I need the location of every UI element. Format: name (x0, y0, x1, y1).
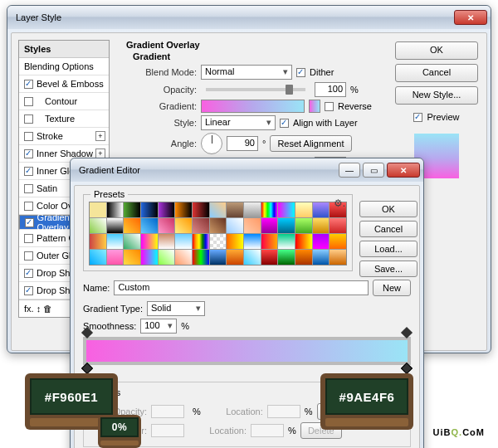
close-icon[interactable]: ✕ (454, 10, 487, 25)
maximize-icon[interactable]: ▭ (363, 163, 384, 178)
style-checkbox[interactable] (24, 149, 33, 158)
preset-swatch[interactable] (175, 202, 192, 217)
reset-alignment-button[interactable]: Reset Alignment (270, 135, 351, 152)
preset-swatch[interactable] (210, 218, 227, 233)
preset-swatch[interactable] (124, 234, 140, 249)
preset-swatch[interactable] (295, 218, 312, 233)
preset-swatch[interactable] (210, 234, 227, 249)
preset-swatch[interactable] (210, 250, 227, 265)
style-row-bevel-emboss[interactable]: Bevel & Emboss (19, 75, 109, 93)
plus-icon[interactable]: + (95, 131, 105, 141)
preset-swatch[interactable] (124, 202, 140, 217)
preset-swatch[interactable] (193, 218, 209, 233)
style-checkbox[interactable] (24, 184, 33, 193)
cancel-button[interactable]: Cancel (395, 64, 478, 82)
preset-swatch[interactable] (261, 218, 278, 233)
preset-swatch[interactable] (227, 234, 243, 249)
style-checkbox[interactable] (24, 80, 33, 89)
preset-swatch[interactable] (90, 202, 106, 217)
preset-swatch[interactable] (313, 202, 330, 217)
preset-swatch[interactable] (175, 234, 192, 249)
opacity-slider[interactable] (206, 88, 305, 91)
preset-swatch[interactable] (210, 202, 227, 217)
preset-swatch[interactable] (227, 250, 243, 265)
style-checkbox[interactable] (25, 218, 34, 227)
preset-swatch[interactable] (278, 234, 295, 249)
blendmode-select[interactable]: Normal (201, 65, 292, 80)
editor-cancel-button[interactable]: Cancel (359, 221, 417, 237)
preset-swatch[interactable] (330, 218, 346, 233)
preset-swatch[interactable] (244, 234, 261, 249)
preset-swatch[interactable] (244, 218, 261, 233)
style-checkbox[interactable] (24, 114, 33, 124)
preset-swatch[interactable] (244, 202, 261, 217)
preset-swatch[interactable] (261, 202, 278, 217)
preset-swatch[interactable] (90, 218, 106, 233)
preset-swatch[interactable] (330, 234, 346, 249)
preset-swatch[interactable] (141, 250, 158, 265)
preset-swatch[interactable] (313, 234, 330, 249)
gradient-dropdown-icon[interactable] (309, 100, 320, 113)
dither-checkbox[interactable] (296, 68, 305, 77)
preset-swatch[interactable] (244, 250, 261, 265)
angle-input[interactable]: 90 (227, 136, 258, 151)
preset-swatch[interactable] (193, 250, 209, 265)
blending-options-row[interactable]: Blending Options (19, 58, 109, 75)
preset-swatch[interactable] (278, 250, 295, 265)
preset-swatch[interactable] (227, 202, 243, 217)
new-button[interactable]: New (373, 280, 411, 296)
gradient-type-select[interactable]: Solid (147, 301, 205, 316)
gradient-bar[interactable] (83, 337, 411, 365)
preset-swatch[interactable] (330, 250, 346, 265)
preset-swatch[interactable] (124, 250, 140, 265)
reverse-checkbox[interactable] (325, 102, 334, 111)
style-checkbox[interactable] (24, 97, 33, 106)
preset-swatch[interactable] (313, 218, 330, 233)
angle-dial[interactable] (201, 133, 222, 154)
close-icon[interactable]: ✕ (387, 163, 420, 178)
new-style-button[interactable]: New Style... (395, 86, 478, 105)
minimize-icon[interactable]: — (339, 163, 360, 178)
preset-swatch[interactable] (261, 250, 278, 265)
style-checkbox[interactable] (24, 167, 33, 176)
load-button[interactable]: Load... (359, 241, 417, 257)
preset-swatch[interactable] (124, 218, 140, 233)
preset-swatch[interactable] (159, 234, 175, 249)
preset-swatch[interactable] (107, 250, 124, 265)
preset-swatch[interactable] (261, 234, 278, 249)
preset-swatch[interactable] (141, 234, 158, 249)
preset-swatch[interactable] (295, 250, 312, 265)
preset-swatch[interactable] (107, 234, 124, 249)
preset-swatch[interactable] (175, 250, 192, 265)
gear-icon[interactable]: ⚙. (334, 197, 345, 209)
style-checkbox[interactable] (24, 251, 33, 261)
styles-header[interactable]: Styles (19, 41, 109, 58)
style-row-stroke[interactable]: Stroke+ (19, 128, 109, 145)
style-row-contour[interactable]: Contour (19, 93, 109, 110)
preset-swatch[interactable] (90, 234, 106, 249)
preview-checkbox[interactable] (413, 113, 422, 122)
preset-swatch[interactable] (295, 202, 312, 217)
preset-swatch[interactable] (159, 218, 175, 233)
preset-swatch[interactable] (278, 202, 295, 217)
preset-swatch[interactable] (175, 218, 192, 233)
style-checkbox[interactable] (24, 202, 33, 211)
preset-swatch[interactable] (141, 202, 158, 217)
preset-swatch[interactable] (313, 250, 330, 265)
gradient-editor-titlebar[interactable]: Gradient Editor — ▭ ✕ (71, 158, 423, 182)
preset-swatch[interactable] (107, 202, 124, 217)
style-checkbox[interactable] (24, 286, 33, 295)
smoothness-input[interactable]: 100 (140, 319, 177, 334)
opacity-input[interactable]: 100 (315, 82, 346, 97)
style-row-texture[interactable]: Texture (19, 110, 109, 128)
preset-swatch[interactable] (278, 218, 295, 233)
preset-swatch[interactable] (90, 250, 106, 265)
layer-style-titlebar[interactable]: Layer Style ✕ (7, 6, 491, 29)
preset-swatch[interactable] (159, 202, 175, 217)
editor-ok-button[interactable]: OK (359, 201, 417, 217)
name-input[interactable]: Custom (114, 280, 369, 295)
save-button[interactable]: Save... (359, 261, 417, 277)
preset-swatch[interactable] (227, 218, 243, 233)
style-select[interactable]: Linear (201, 115, 276, 130)
preset-swatch[interactable] (141, 218, 158, 233)
